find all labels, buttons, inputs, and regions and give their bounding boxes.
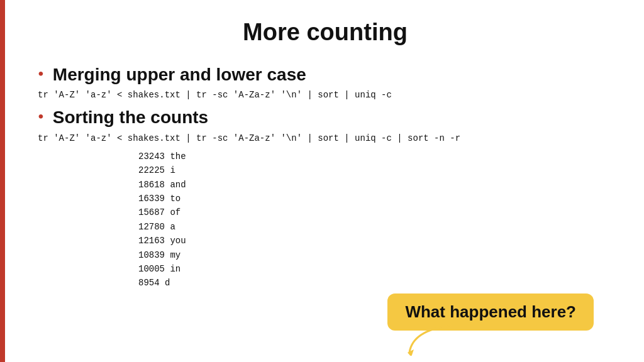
- callout-text: What happened here?: [405, 302, 576, 321]
- code-line-1: tr 'A-Z' 'a-z' < shakes.txt | tr -sc 'A-…: [38, 90, 613, 100]
- accent-bar: [0, 0, 5, 362]
- callout-arrow: [406, 324, 457, 356]
- output-line-10: 8954 d: [138, 276, 613, 290]
- main-content: More counting • Merging upper and lower …: [0, 0, 644, 303]
- output-line-5: 15687 of: [138, 206, 613, 219]
- code-line-2: tr 'A-Z' 'a-z' < shakes.txt | tr -sc 'A-…: [38, 133, 613, 143]
- page-title: More counting: [38, 19, 613, 46]
- bullet-item-2: • Sorting the counts: [38, 106, 613, 129]
- bullet-text-1: Merging upper and lower case: [53, 63, 306, 86]
- output-line-3: 18618 and: [138, 178, 613, 192]
- bullet-dot-1: •: [38, 63, 44, 85]
- bullet-text-2: Sorting the counts: [53, 106, 208, 129]
- output-line-9: 10005 in: [138, 262, 613, 276]
- output-line-8: 10839 my: [138, 248, 613, 262]
- callout-wrapper: What happened here?: [387, 293, 594, 331]
- output-block: 23243 the 22225 i 18618 and 16339 to 156…: [138, 150, 613, 290]
- output-line-2: 22225 i: [138, 163, 613, 177]
- bullet-dot-2: •: [38, 106, 44, 128]
- output-line-7: 12163 you: [138, 234, 613, 248]
- output-line-1: 23243 the: [138, 150, 613, 163]
- bullet-item-1: • Merging upper and lower case: [38, 63, 613, 86]
- output-line-4: 16339 to: [138, 192, 613, 206]
- output-line-6: 12780 a: [138, 220, 613, 234]
